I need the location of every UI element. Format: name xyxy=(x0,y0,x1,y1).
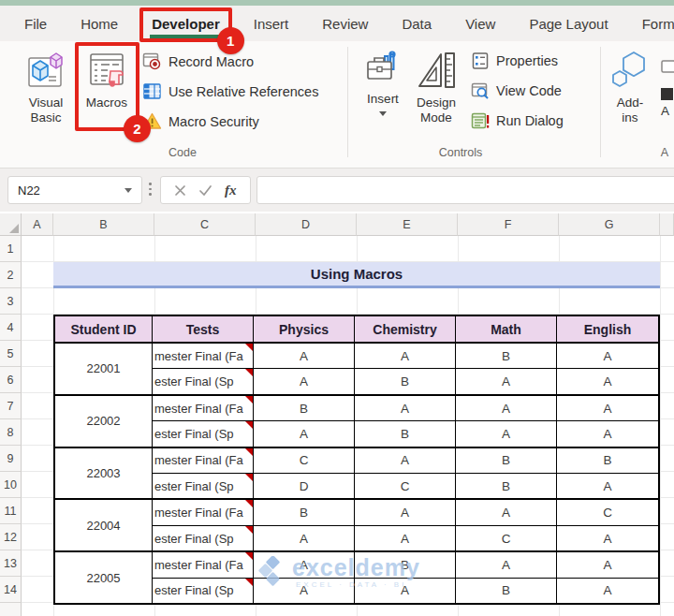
grade-cell[interactable]: B xyxy=(355,552,456,577)
macros-button[interactable]: 2 Macros xyxy=(80,49,134,110)
grade-cell[interactable]: A xyxy=(456,396,557,420)
test-cell[interactable]: ester Final (Sp xyxy=(153,369,254,393)
select-all-corner[interactable] xyxy=(0,213,22,236)
header-physics[interactable]: Physics xyxy=(254,316,355,342)
grade-cell[interactable]: A xyxy=(254,421,355,446)
grade-cell[interactable]: B xyxy=(456,448,557,473)
grade-cell[interactable]: A xyxy=(254,526,355,550)
test-cell[interactable]: ester Final (Sp xyxy=(153,526,254,550)
name-box-chevron-icon[interactable] xyxy=(125,188,132,193)
grade-cell[interactable]: B xyxy=(254,500,355,524)
grade-cell[interactable]: A xyxy=(355,579,456,603)
enter-check-icon[interactable] xyxy=(198,184,212,197)
column-header-d[interactable]: D xyxy=(256,213,357,236)
cancel-icon[interactable] xyxy=(174,184,186,197)
tab-home[interactable]: Home xyxy=(81,16,118,32)
tab-insert[interactable]: Insert xyxy=(254,16,289,32)
row-header-6[interactable]: 6 xyxy=(0,367,22,393)
grade-cell[interactable]: A xyxy=(355,526,456,550)
row-header-4[interactable]: 4 xyxy=(0,315,22,341)
student-id-cell[interactable]: 22001 xyxy=(55,344,153,394)
grade-cell[interactable]: C xyxy=(557,500,658,524)
student-id-cell[interactable]: 22004 xyxy=(55,500,153,550)
grade-cell[interactable]: A xyxy=(557,344,658,368)
tab-developer[interactable]: Developer 1 xyxy=(152,16,220,32)
column-header-partial[interactable] xyxy=(660,213,674,236)
row-header-14[interactable]: 14 xyxy=(0,577,22,603)
grade-cell[interactable]: A xyxy=(557,421,658,446)
test-cell[interactable]: ester Final (Sp xyxy=(153,421,254,446)
row-header-8[interactable]: 8 xyxy=(0,419,22,446)
insert-dropdown-chevron-icon[interactable] xyxy=(379,111,387,116)
name-box[interactable]: N22 xyxy=(7,176,142,204)
test-cell[interactable]: mester Final (Fa xyxy=(153,448,254,473)
grade-cell[interactable]: A xyxy=(254,552,355,577)
column-header-a[interactable]: A xyxy=(22,213,53,236)
tab-review[interactable]: Review xyxy=(322,16,368,32)
header-english[interactable]: English xyxy=(557,316,658,342)
test-cell[interactable]: mester Final (Fa xyxy=(153,344,254,368)
insert-control-button[interactable]: Insert xyxy=(360,49,405,116)
tab-page-layout[interactable]: Page Layout xyxy=(529,16,608,32)
test-cell[interactable]: ester Final (Sp xyxy=(153,579,254,603)
row-header-3[interactable]: 3 xyxy=(0,288,22,315)
column-header-c[interactable]: C xyxy=(154,213,256,236)
tab-formulas[interactable]: Formulas xyxy=(642,16,674,32)
row-header-13[interactable]: 13 xyxy=(0,550,22,577)
grade-cell[interactable]: A xyxy=(254,579,355,603)
grade-cell[interactable]: A xyxy=(557,474,658,498)
header-math[interactable]: Math xyxy=(456,316,557,342)
grade-cell[interactable]: A xyxy=(557,526,658,550)
grade-cell[interactable]: B xyxy=(557,448,658,473)
grade-cell[interactable]: B xyxy=(456,344,557,368)
macro-security-button[interactable]: Macro Security xyxy=(142,111,259,131)
grade-cell[interactable]: A xyxy=(355,396,456,420)
row-header-12[interactable]: 12 xyxy=(0,524,22,550)
record-macro-button[interactable]: Record Macro xyxy=(142,51,254,71)
grade-cell[interactable]: A xyxy=(557,552,658,577)
grade-cell[interactable]: A xyxy=(456,369,557,393)
grade-cell[interactable]: B xyxy=(456,579,557,603)
grade-cell[interactable]: C xyxy=(355,474,456,498)
grade-cell[interactable]: A xyxy=(557,579,658,603)
tab-data[interactable]: Data xyxy=(402,16,432,32)
grade-cell[interactable]: A xyxy=(456,421,557,446)
grade-cell[interactable]: A xyxy=(254,344,355,368)
tab-view[interactable]: View xyxy=(465,16,495,32)
column-header-e[interactable]: E xyxy=(357,213,458,236)
row-header-11[interactable]: 11 xyxy=(0,498,22,524)
formula-input[interactable] xyxy=(256,176,674,204)
tab-file[interactable]: File xyxy=(24,16,47,32)
header-tests[interactable]: Tests xyxy=(153,316,254,342)
column-header-b[interactable]: B xyxy=(53,213,154,236)
student-id-cell[interactable]: 22002 xyxy=(55,396,153,447)
properties-button[interactable]: Properties xyxy=(471,51,558,70)
grade-cell[interactable]: A xyxy=(355,500,456,524)
test-cell[interactable]: mester Final (Fa xyxy=(153,500,254,524)
row-header-10[interactable]: 10 xyxy=(0,472,22,498)
row-header-partial[interactable] xyxy=(0,603,22,616)
grade-cell[interactable]: A xyxy=(355,448,456,473)
grade-cell[interactable]: C xyxy=(456,526,557,550)
test-cell[interactable]: ester Final (Sp xyxy=(153,474,254,498)
row-header-7[interactable]: 7 xyxy=(0,393,22,419)
grade-cell[interactable]: A xyxy=(456,500,557,524)
grade-cell[interactable]: B xyxy=(456,474,557,498)
grade-cell[interactable]: A xyxy=(254,369,355,393)
excel-add-ins-button-partial[interactable]: A xyxy=(661,60,674,118)
row-header-9[interactable]: 9 xyxy=(0,446,22,472)
grade-cell[interactable]: B xyxy=(355,421,456,446)
row-header-2[interactable]: 2 xyxy=(0,262,22,288)
grade-cell[interactable]: A xyxy=(456,552,557,577)
column-header-g[interactable]: G xyxy=(559,213,660,236)
grade-cell[interactable]: B xyxy=(355,369,456,393)
row-header-1[interactable]: 1 xyxy=(0,236,22,262)
header-student-id[interactable]: Student ID xyxy=(55,316,153,342)
test-cell[interactable]: mester Final (Fa xyxy=(153,396,254,420)
grade-cell[interactable]: D xyxy=(254,474,355,498)
test-cell[interactable]: mester Final (Fa xyxy=(153,552,254,577)
grade-cell[interactable]: A xyxy=(557,396,658,420)
view-code-button[interactable]: View Code xyxy=(471,81,562,100)
use-relative-references-button[interactable]: Use Relative References xyxy=(142,81,318,101)
header-chemistry[interactable]: Chemistry xyxy=(355,316,456,342)
